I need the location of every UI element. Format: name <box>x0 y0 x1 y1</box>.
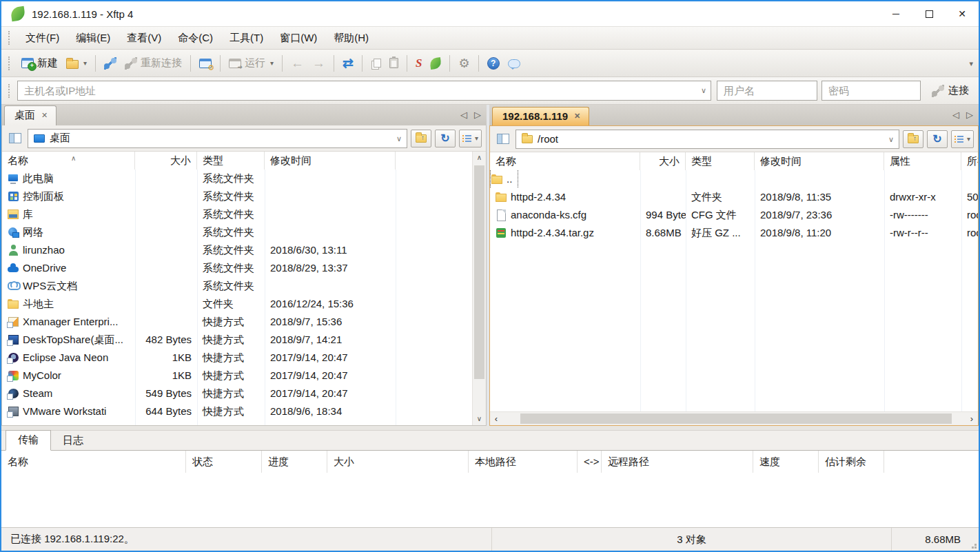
local-refresh-button[interactable]: ↻ <box>435 130 456 147</box>
table-row[interactable]: anaconda-ks.cfg 994 BytesCFG 文件2018/9/7,… <box>490 206 978 224</box>
password-input[interactable] <box>821 81 921 101</box>
back-button[interactable]: ← <box>287 54 308 72</box>
table-row[interactable]: 控制面板 系统文件夹 <box>2 187 486 205</box>
copy-button[interactable] <box>367 56 385 70</box>
column-header-modified[interactable]: 修改时间 <box>265 152 396 170</box>
help-button[interactable]: ? <box>483 54 504 72</box>
table-row[interactable]: DeskTopShare(桌面... 482 Bytes快捷方式2018/9/7… <box>2 331 486 349</box>
column-header-progress[interactable]: 进度 <box>262 451 327 473</box>
scroll-left-icon[interactable]: ‹ <box>490 412 502 425</box>
column-header-type[interactable]: 类型 <box>197 152 265 170</box>
table-row[interactable]: 库 系统文件夹 <box>2 205 486 223</box>
tab-remote-session[interactable]: 192.168.1.119 ✕ <box>492 107 589 125</box>
username-input[interactable] <box>717 81 817 101</box>
scroll-down-icon[interactable]: ∨ <box>473 413 486 425</box>
tab-local-desktop[interactable]: 桌面 ✕ <box>4 105 57 125</box>
table-row[interactable]: Steam 549 Bytes快捷方式2017/9/14, 20:47 <box>2 385 486 402</box>
table-row[interactable]: VMware Workstati 644 Bytes快捷方式2018/9/6, … <box>2 402 486 420</box>
toolbar-grip[interactable] <box>8 57 12 70</box>
menu-tools[interactable]: 工具(T) <box>221 28 272 48</box>
table-row[interactable]: OneDrive 系统文件夹2018/8/29, 13:37 <box>2 259 486 277</box>
table-row[interactable]: httpd-2.4.34 文件夹2018/9/8, 11:35drwxr-xr-… <box>490 188 978 206</box>
addressbar-grip[interactable] <box>8 84 12 98</box>
column-header-direction[interactable]: <-> <box>578 451 602 473</box>
remote-views-button[interactable]: ▾ <box>951 130 974 148</box>
minimize-button[interactable]: ─ <box>879 1 912 26</box>
local-path-dropdown-icon[interactable]: ∨ <box>396 134 402 143</box>
run-button[interactable]: 运行 ▾ <box>225 54 278 72</box>
transfer-button[interactable]: ⇄ <box>338 54 358 72</box>
column-header-local-path[interactable]: 本地路径 <box>469 451 578 473</box>
close-button[interactable]: ✕ <box>946 1 979 26</box>
column-header-status[interactable]: 状态 <box>186 451 262 473</box>
column-header-size[interactable]: 大小 <box>640 152 686 170</box>
column-header-eta[interactable]: 估计剩余 <box>819 451 884 473</box>
tab-log[interactable]: 日志 <box>51 431 95 451</box>
column-header-size[interactable]: 大小 <box>135 152 197 170</box>
table-row[interactable]: 此电脑 系统文件夹 <box>2 170 486 187</box>
column-header-name[interactable]: 名称∧ <box>490 152 640 170</box>
connect-button[interactable] <box>100 54 121 72</box>
remote-tab-scroll-left-icon[interactable]: ◁ <box>952 110 959 120</box>
new-session-button[interactable]: 新建 <box>17 54 62 72</box>
column-header-name[interactable]: 名称 <box>1 451 186 473</box>
settings-button[interactable]: ⚙ <box>454 54 473 72</box>
menu-edit[interactable]: 编辑(E) <box>68 28 119 48</box>
table-row[interactable]: 网络 系统文件夹 <box>2 223 486 241</box>
remote-path-dropdown-icon[interactable]: ∨ <box>888 135 894 144</box>
column-header-remote-path[interactable]: 远程路径 <box>602 451 753 473</box>
local-sidebar-toggle-button[interactable] <box>6 130 24 147</box>
menu-window[interactable]: 窗口(W) <box>272 28 325 48</box>
local-up-directory-button[interactable] <box>411 130 431 147</box>
menu-view[interactable]: 查看(V) <box>119 28 170 48</box>
reconnect-button[interactable]: 重新连接 <box>121 54 186 72</box>
forward-button[interactable]: → <box>308 54 329 72</box>
column-header-name[interactable]: 名称∧ <box>2 152 135 170</box>
table-row[interactable]: 斗地主 文件夹2016/12/24, 15:36 <box>2 295 486 313</box>
host-dropdown-icon[interactable]: ∨ <box>701 86 706 95</box>
table-row[interactable]: .. <box>490 170 978 188</box>
column-header-owner[interactable]: 所有 <box>961 152 978 170</box>
horizontal-splitter[interactable] <box>1 426 979 431</box>
column-header-speed[interactable]: 速度 <box>753 451 819 473</box>
maximize-button[interactable] <box>912 1 946 26</box>
scrollbar-thumb[interactable] <box>474 165 484 379</box>
xftp-button[interactable] <box>426 55 445 72</box>
remote-tab-close-icon[interactable]: ✕ <box>574 112 580 120</box>
column-header-size[interactable]: 大小 <box>327 451 469 473</box>
local-path-combo[interactable]: 桌面 ∨ <box>28 129 407 148</box>
table-row[interactable]: Eclipse Java Neon 1KB快捷方式2017/9/14, 20:4… <box>2 349 486 367</box>
local-tab-scroll-left-icon[interactable]: ◁ <box>460 110 467 120</box>
local-tab-scroll-right-icon[interactable]: ▷ <box>474 110 481 120</box>
paste-button[interactable] <box>385 55 402 71</box>
column-header-modified[interactable]: 修改时间 <box>755 152 884 170</box>
menubar-grip[interactable] <box>8 31 12 45</box>
scroll-right-icon[interactable]: › <box>966 412 978 425</box>
column-header-type[interactable]: 类型 <box>686 152 755 170</box>
scroll-up-icon[interactable]: ∧ <box>473 152 486 164</box>
table-row[interactable]: WPS云文档 系统文件夹 <box>2 277 486 295</box>
table-row[interactable]: lirunzhao 系统文件夹2018/6/30, 13:11 <box>2 241 486 259</box>
tab-transfer[interactable]: 传输 <box>6 430 51 451</box>
table-row[interactable]: Xmanager Enterpri... 快捷方式2018/9/7, 15:36 <box>2 313 486 331</box>
quick-connect-button[interactable]: 连接 <box>928 81 973 100</box>
remote-sidebar-toggle-button[interactable] <box>494 130 512 148</box>
host-input[interactable] <box>17 81 711 101</box>
menu-help[interactable]: 帮助(H) <box>325 28 377 48</box>
remote-up-directory-button[interactable] <box>903 130 923 148</box>
session-properties-button[interactable] <box>195 56 216 71</box>
feedback-button[interactable] <box>504 55 524 71</box>
remote-refresh-button[interactable]: ↻ <box>927 130 948 148</box>
local-tab-close-icon[interactable]: ✕ <box>41 112 48 119</box>
local-views-button[interactable]: ▾ <box>459 130 482 147</box>
menu-command[interactable]: 命令(C) <box>170 28 221 48</box>
table-row[interactable]: httpd-2.4.34.tar.gz 8.68MB好压 GZ ...2018/… <box>490 224 978 242</box>
column-header-attributes[interactable]: 属性 <box>884 152 961 170</box>
xshell-button[interactable]: S <box>411 55 426 72</box>
remote-horizontal-scrollbar[interactable]: ‹ › <box>490 411 978 425</box>
table-row[interactable]: MyColor 1KB快捷方式2017/9/14, 20:47 <box>2 367 486 385</box>
scrollbar-thumb[interactable] <box>520 413 952 424</box>
remote-path-combo[interactable]: /root ∨ <box>515 130 899 149</box>
local-vertical-scrollbar[interactable]: ∧ ∨ <box>472 152 486 425</box>
remote-tab-scroll-right-icon[interactable]: ▷ <box>966 110 973 120</box>
